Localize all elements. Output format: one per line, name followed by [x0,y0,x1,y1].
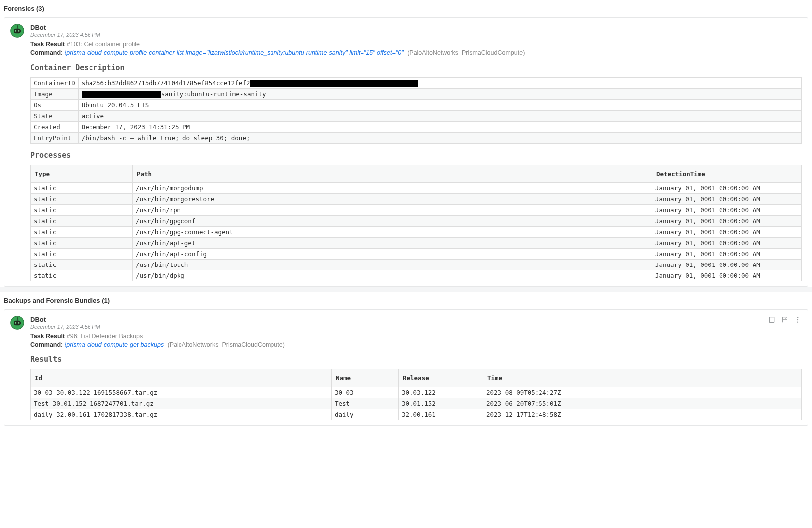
table-cell: /usr/bin/dpkg [133,270,652,281]
command-link[interactable]: !prisma-cloud-compute-get-backups [65,341,164,348]
table-cell: 32.00.161 [399,409,483,420]
table-header-cell: Release [399,369,483,387]
table-cell: static [31,194,133,205]
table-cell: /usr/bin/apt-config [133,249,652,260]
table-row: static/usr/bin/mongorestoreJanuary 01, 0… [31,194,802,205]
command-line: Command: !prisma-cloud-compute-profile-c… [30,49,802,56]
flag-icon[interactable] [781,316,789,324]
entry-actions [768,316,802,324]
table-cell: static [31,270,133,281]
table-cell: 30.03.122 [399,387,483,398]
table-row: static/usr/bin/gpgconfJanuary 01, 0001 0… [31,216,802,227]
table-cell: static [31,249,133,260]
svg-point-15 [797,321,798,322]
kv-key: Created [31,122,79,133]
table-cell: January 01, 0001 00:00:00 AM [652,183,802,194]
table-header-cell: Path [133,165,652,183]
processes-heading: Processes [30,151,802,160]
svg-point-3 [18,30,20,32]
table-row: EntryPoint/bin/bash -c — while true; do … [31,133,802,144]
kv-value: /bin/bash -c — while true; do sleep 30; … [78,133,801,144]
table-cell: 2023-06-20T07:55:01Z [483,398,802,409]
task-result-line: Task Result #96: List Defender Backups [30,333,802,340]
kv-value: active [78,111,801,122]
entry-timestamp: December 17, 2023 4:56 PM [30,324,768,330]
table-cell: January 01, 0001 00:00:00 AM [652,194,802,205]
table-cell: /usr/bin/mongodump [133,183,652,194]
more-icon[interactable] [794,316,802,324]
dbot-avatar-icon [10,316,24,330]
table-cell: /usr/bin/touch [133,260,652,270]
table-row: static/usr/bin/dpkgJanuary 01, 0001 00:0… [31,270,802,281]
kv-value: December 17, 2023 14:31:25 PM [78,122,801,133]
table-cell: static [31,205,133,216]
table-row: CreatedDecember 17, 2023 14:31:25 PM [31,122,802,133]
entry-card-1: DBot December 17, 2023 4:56 PM Task Resu… [4,17,808,287]
entry-author: DBot [30,24,802,31]
table-cell: static [31,227,133,238]
table-cell: 30.01.152 [399,398,483,409]
redacted-block [82,91,161,98]
kv-value: Ubuntu 20.04.5 LTS [78,100,801,111]
table-row: static/usr/bin/rpmJanuary 01, 0001 00:00… [31,205,802,216]
table-header-cell: DetectionTime [652,165,802,183]
table-header-cell: Id [31,369,332,387]
command-link[interactable]: !prisma-cloud-compute-profile-container-… [65,49,404,56]
table-cell: static [31,216,133,227]
table-row: static/usr/bin/gpg-connect-agentJanuary … [31,227,802,238]
table-cell: /usr/bin/gpgconf [133,216,652,227]
table-row: OsUbuntu 20.04.5 LTS [31,100,802,111]
table-cell: daily [332,409,399,420]
table-header-cell: Name [332,369,399,387]
processes-table: TypePathDetectionTime static/usr/bin/mon… [30,165,802,281]
notes-icon[interactable] [768,316,776,324]
kv-value: sanity:ubuntu-runtime-sanity [78,88,801,100]
task-result-line: Task Result #103: Get container profile [30,41,802,48]
integration-label: (PaloAltoNetworks_PrismaCloudCompute) [168,341,285,348]
table-cell: static [31,238,133,249]
entry-author: DBot [30,316,768,323]
svg-rect-12 [769,317,774,323]
svg-point-11 [17,317,18,318]
table-cell: 2023-12-17T12:48:58Z [483,409,802,420]
table-cell: /usr/bin/gpg-connect-agent [133,227,652,238]
table-cell: /usr/bin/mongorestore [133,194,652,205]
table-cell: January 01, 0001 00:00:00 AM [652,249,802,260]
table-row: Stateactive [31,111,802,122]
redacted-block [250,80,418,87]
section-forensics-title: Forensics (3) [0,0,812,17]
section-divider [0,287,812,292]
table-cell: January 01, 0001 00:00:00 AM [652,216,802,227]
table-cell: January 01, 0001 00:00:00 AM [652,270,802,281]
kv-key: ContainerID [31,78,79,89]
table-row: Test-30.01.152-1687247701.tar.gzTest30.0… [31,398,802,409]
table-row: static/usr/bin/touchJanuary 01, 0001 00:… [31,260,802,270]
kv-value: sha256:b32dd862715db774104d1785ef854cce1… [78,78,801,89]
kv-key: State [31,111,79,122]
entry-timestamp: December 17, 2023 4:56 PM [30,32,802,38]
table-cell: 30_03-30.03.122-1691558667.tar.gz [31,387,332,398]
table-row: ContainerIDsha256:b32dd862715db774104d17… [31,78,802,89]
table-cell: static [31,260,133,270]
results-table: IdNameReleaseTime 30_03-30.03.122-169155… [30,369,802,420]
svg-point-13 [797,317,798,318]
command-line: Command: !prisma-cloud-compute-get-backu… [30,341,802,348]
svg-rect-7 [14,321,21,326]
entry-card-2: DBot December 17, 2023 4:56 PM [4,309,808,426]
svg-point-14 [797,319,798,320]
table-cell: January 01, 0001 00:00:00 AM [652,260,802,270]
section-backups-title: Backups and Forensic Bundles (1) [0,292,812,309]
table-header-cell: Type [31,165,133,183]
kv-key: Image [31,88,79,100]
table-cell: Test [332,398,399,409]
kv-key: EntryPoint [31,133,79,144]
table-row: Imagesanity:ubuntu-runtime-sanity [31,88,802,100]
table-cell: static [31,183,133,194]
table-row: static/usr/bin/mongodumpJanuary 01, 0001… [31,183,802,194]
table-cell: January 01, 0001 00:00:00 AM [652,238,802,249]
table-cell: /usr/bin/apt-get [133,238,652,249]
table-row: 30_03-30.03.122-1691558667.tar.gz30_0330… [31,387,802,398]
table-cell: /usr/bin/rpm [133,205,652,216]
svg-point-5 [17,25,18,26]
table-row: static/usr/bin/apt-getJanuary 01, 0001 0… [31,238,802,249]
